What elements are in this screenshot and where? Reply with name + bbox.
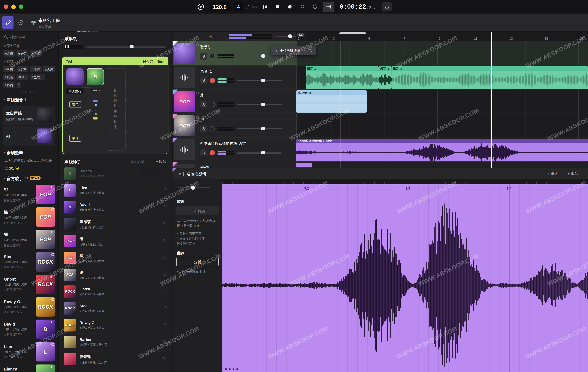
search-row[interactable] — [0, 32, 58, 41]
record-arm-button[interactable] — [210, 78, 215, 83]
filter-tag[interactable]: #汉语 — [3, 50, 15, 57]
search-input[interactable] — [10, 35, 51, 39]
filter-tag[interactable]: #英语 — [16, 50, 28, 57]
solo-button[interactable]: S — [200, 125, 207, 132]
voice-seed-item[interactable]: L Lien #流行 #抒情 #女声 ♡ — [59, 182, 172, 199]
share-button[interactable] — [382, 2, 392, 11]
voice-mix-section-header[interactable]: ▾ 声线混合 1 — [0, 94, 58, 104]
maximize-button[interactable]: ↑最大 — [548, 171, 558, 176]
singer-license-link[interactable]: 查看授权许可> — [4, 265, 27, 269]
voice-seed-item[interactable]: D David #流行 #抒情 #男声 ♡ — [59, 199, 172, 216]
voice-seed-item[interactable]: 黑昂宿 #摇滚 #粗犷 #男声 ♡ — [59, 216, 172, 233]
save-button[interactable]: 保存 — [157, 59, 164, 64]
loop-region[interactable] — [339, 32, 366, 34]
track-header-row[interactable]: 录音_1 S — [173, 65, 296, 90]
favorite-heart-icon[interactable]: ♡ — [163, 356, 167, 361]
volume-slider[interactable] — [237, 152, 282, 153]
official-singer-item[interactable]: 橘 #流行 #新潮 #女声 查看授权许可> POP — [0, 206, 58, 228]
select-tool-button[interactable] — [15, 16, 26, 29]
waveform-editor[interactable]: 3.23.33.4 — [222, 179, 588, 372]
record-arm-button[interactable] — [210, 150, 215, 155]
singer-license-link[interactable]: 查看授权许可> — [4, 243, 27, 247]
track-header-row[interactable]: POP 绯 S — [173, 90, 296, 114]
volume-slider[interactable] — [237, 56, 282, 57]
timeline-ruler[interactable]: 120 1357911131517 — [296, 32, 588, 41]
volume-slider[interactable] — [237, 80, 282, 81]
singer-license-link[interactable]: 查看授权许可> — [4, 288, 27, 292]
record-button[interactable] — [285, 2, 294, 11]
filter-tag[interactable]: #男声 — [3, 66, 15, 72]
singer-license-link[interactable]: 查看授权许可> — [4, 332, 27, 336]
save-as-button[interactable]: 另存为 — [143, 59, 153, 64]
record-arm-button[interactable] — [210, 102, 215, 107]
favorite-heart-icon[interactable]: ♡ — [163, 289, 167, 294]
official-singer-item[interactable]: Bianca #流行 #热烈 #女声 查看授权许可> B — [0, 363, 58, 372]
editor-ruler[interactable] — [222, 179, 588, 184]
tempo-marker[interactable]: 120 — [297, 33, 305, 37]
arrangement-lanes[interactable]: 120 1357911131517 录音_1 录音_2 录音_3 — [296, 32, 588, 168]
solo-button[interactable]: S — [200, 101, 207, 108]
fader-handle-top[interactable] — [93, 100, 97, 102]
filter-tag[interactable]: #摇滚 — [3, 74, 15, 80]
voice-volume-slider[interactable] — [86, 46, 166, 47]
midi-clip[interactable]: 绯_片段_0 — [296, 90, 367, 113]
tempo-display[interactable]: 120.0 — [209, 2, 231, 11]
mixed-voice-avatar[interactable] — [66, 68, 84, 85]
disclosure-triangle-icon[interactable]: ▾ — [4, 151, 5, 154]
favorite-heart-icon[interactable]: ♡ — [163, 322, 167, 328]
solo-button[interactable]: S — [200, 150, 207, 156]
official-singer-item[interactable]: 绯 #流行 #松弛 #男声 查看授权许可> POP — [0, 183, 58, 206]
follow-playhead-button[interactable] — [323, 2, 334, 12]
voice-seed-item[interactable]: ROCK Steel #摇滚 #韩系 #男声 ♡ — [59, 300, 172, 317]
pen-tool-button[interactable] — [2, 16, 13, 29]
master-volume-slider[interactable] — [276, 36, 296, 37]
singer-license-link[interactable]: 查看授权许可> — [4, 355, 27, 359]
seed-avatar[interactable]: B — [87, 68, 104, 85]
disclosure-triangle-icon[interactable]: ▾ — [4, 98, 5, 101]
filter-tag[interactable]: #R&B — [16, 74, 29, 80]
window-controls[interactable] — [4, 4, 23, 9]
audio-clip[interactable]: 录音_2 — [379, 66, 391, 89]
playhead[interactable] — [491, 32, 492, 168]
favorite-heart-icon[interactable]: ♡ — [163, 272, 167, 277]
solo-button[interactable]: S — [200, 77, 207, 84]
voice-seed-item[interactable]: Barber #美声 #浑厚 #男中音 ♡ — [59, 334, 172, 351]
filter-tag[interactable]: #抒情 — [3, 82, 15, 88]
filter-tag[interactable]: #流行 — [30, 66, 42, 72]
fader-handle-bottom[interactable] — [93, 117, 97, 120]
style-chip[interactable]: 唱法 — [69, 135, 82, 141]
dry-vocal-convert-button[interactable]: 干声转换 — [176, 206, 219, 215]
collapse-button[interactable]: ▾收起 — [568, 171, 578, 176]
audio-clip[interactable]: 录音_3 — [391, 66, 588, 89]
time-signature-display[interactable]: 4 — [234, 2, 243, 11]
singer-license-link[interactable]: 查看授权许可> — [4, 310, 27, 314]
voice-seed-item[interactable]: POP 橘 #流行 #新潮 #女声 ♡ — [59, 250, 172, 266]
official-singer-item[interactable]: Steel #摇滚 #韩系 #男声 查看授权许可> ROCK — [0, 251, 58, 273]
timbre-chip[interactable]: 音色 — [69, 101, 82, 108]
lane-ti-track[interactable] — [296, 114, 588, 138]
filter-tag[interactable]: #日语 — [30, 50, 42, 57]
filter-tag[interactable]: #古风 — [43, 66, 55, 72]
favorite-heart-icon[interactable]: ♡ — [163, 188, 167, 193]
singer-license-link[interactable]: 查看授权许可> — [4, 221, 27, 225]
track-header-row[interactable]: 音频轨 S — [173, 162, 296, 168]
skip-to-start-button[interactable] — [261, 2, 270, 11]
track-header-row[interactable]: 6.快速拉近感情的技巧-绑定 S — [173, 138, 296, 162]
favorite-heart-icon[interactable]: ♡ — [163, 171, 167, 176]
disclosure-triangle-icon[interactable]: ▾ — [4, 177, 5, 180]
minimize-window-button[interactable] — [11, 4, 16, 9]
seed-drop-zone[interactable]: 拖拽添加更多种子 — [105, 68, 126, 151]
customize-now-link[interactable]: 立即定制 — [0, 164, 58, 172]
favorite-heart-icon[interactable]: ♡ — [163, 306, 167, 311]
official-singer-item[interactable]: David #流行 #抒情 #男声 查看授权许可> D — [0, 318, 58, 341]
close-window-button[interactable] — [4, 4, 8, 9]
master-track-row[interactable]: Master — [173, 32, 296, 41]
task-notification-toast[interactable]: 1/1 个任务进行中... 查看 — [271, 46, 316, 55]
blank-voice-card[interactable]: 空白声线 拖拽以开始混合声线 — [3, 106, 55, 125]
voice-seed-item[interactable]: ROCK Ghost #摇滚 #暗黑 #男声 ♡ — [59, 283, 172, 300]
metronome-icon[interactable] — [196, 2, 205, 11]
record-arm-button[interactable] — [210, 54, 215, 59]
stop-button[interactable] — [273, 2, 282, 11]
analyze-tempo-button[interactable]: 分析 — [176, 257, 219, 266]
filter-tag[interactable]: #二次元 — [30, 74, 45, 80]
